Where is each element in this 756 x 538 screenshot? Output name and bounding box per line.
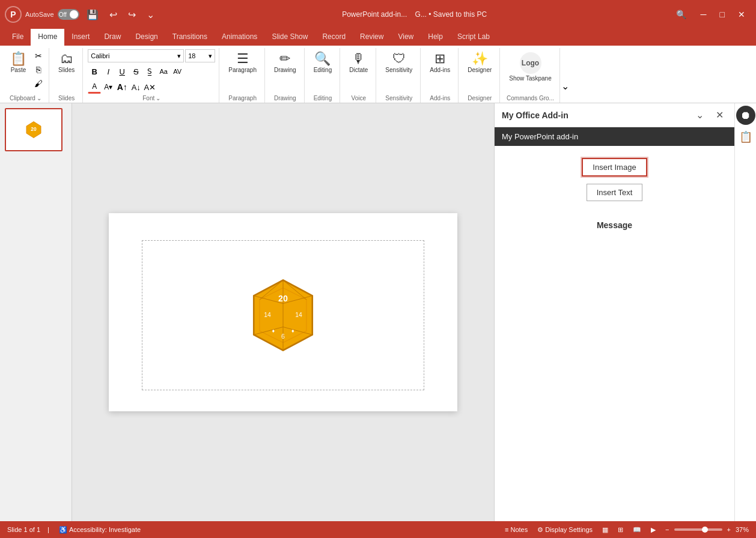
cut-button[interactable]: ✂ [32,49,45,62]
slides-label: Slides [58,67,75,73]
customize-btn[interactable]: ⌄ [143,7,158,23]
dictate-button[interactable]: 🎙 Dictate [345,49,372,76]
italic-button[interactable]: I [102,65,115,78]
font-size-dropdown[interactable]: 18 ▾ [185,49,215,62]
editing-items: 🔍 Editing [309,49,337,94]
window-controls: ─ □ ✕ [695,7,751,22]
normal-view-button[interactable]: ▦ [600,525,611,535]
addin-content: Insert Image Insert Text Message [495,146,734,521]
format-painter-button[interactable]: 🖌 [32,77,45,90]
commands-items: Logo Show Taskpane [505,49,555,94]
font-size-increase-button[interactable]: A↑ [115,80,129,94]
font-expand-icon[interactable]: ⌄ [156,95,160,101]
close-button[interactable]: ✕ [732,7,751,22]
tab-review[interactable]: Review [353,29,391,46]
change-case-button[interactable]: Aa [157,65,170,78]
reading-view-button[interactable]: 📖 [630,525,644,535]
char-spacing-button[interactable]: AV [171,65,184,78]
undo-button[interactable]: ↩ [106,7,121,23]
font-group: Calibri ▾ 18 ▾ B I U S S̲ [84,48,219,103]
autosave-toggle[interactable]: Off [58,9,79,20]
side-icon-2[interactable]: 📋 [736,127,755,147]
svg-text:♦: ♦ [272,328,275,334]
slide-text-box[interactable]: 20 14 14 ♦ ♦ 6 [142,240,424,390]
zoom-slider[interactable] [674,528,722,531]
addin-body: My PowerPoint add-in Insert Image Insert… [495,127,734,521]
tab-insert[interactable]: Insert [64,29,97,46]
slide-thumbnail[interactable]: 20 [5,108,62,151]
tab-record[interactable]: Record [315,29,353,46]
tab-file[interactable]: File [5,29,31,46]
underline-button[interactable]: U [115,65,129,78]
strikethrough-button[interactable]: S [129,65,142,78]
display-settings-button[interactable]: ⚙ Display Settings [535,525,595,535]
zoom-control: − + 37% [663,525,749,534]
notes-button[interactable]: ≡ Notes [502,525,530,534]
editing-button[interactable]: 🔍 Editing [309,49,337,76]
slide-thumb-dice: 20 [25,121,43,139]
tab-transitions[interactable]: Transitions [165,29,215,46]
designer-button[interactable]: ✨ Designer [463,49,496,76]
editing-label: Editing [314,95,332,101]
slide-canvas[interactable]: 20 14 14 ♦ ♦ 6 [109,213,457,411]
minimize-button[interactable]: ─ [695,7,713,22]
clear-format-button[interactable]: A✕ [143,80,156,94]
clipboard-expand-icon[interactable]: ⌄ [37,95,41,101]
drawing-button[interactable]: ✏ Drawing [270,49,300,76]
new-slide-button[interactable]: 🗂 Slides [54,49,79,76]
addin-title: My Office Add-in [502,110,687,120]
tab-scriptlab[interactable]: Script Lab [450,29,497,46]
tab-animations[interactable]: Animations [215,29,264,46]
ribbon-expand-button[interactable]: ⌄ [561,80,569,92]
copy-button[interactable]: ⎘ [32,63,45,76]
record-button[interactable]: ⏺ [736,106,755,125]
font-family-dropdown[interactable]: Calibri ▾ [88,49,184,62]
tab-home[interactable]: Home [31,29,64,46]
maximize-button[interactable]: □ [714,7,731,22]
slideshow-button[interactable]: ▶ [648,525,658,535]
svg-text:20: 20 [31,125,37,131]
tab-help[interactable]: Help [421,29,450,46]
sensitivity-label: Sensitivity [385,67,412,73]
accessibility-icon: ♿ [59,526,67,534]
zoom-in-button[interactable]: + [725,525,733,534]
tab-draw[interactable]: Draw [97,29,128,46]
save-button[interactable]: 💾 [83,7,102,23]
app-logo: P [5,6,22,23]
shadow-button[interactable]: S̲ [143,65,156,78]
font-size-value: 18 [188,52,195,59]
zoom-out-button[interactable]: − [663,525,671,534]
insert-text-button[interactable]: Insert Text [587,184,643,201]
search-button[interactable]: 🔍 [671,7,691,22]
paste-button[interactable]: 📋 Paste [6,49,31,76]
clipboard-small-btns: ✂ ⎘ 🖌 [32,49,45,90]
addins-button[interactable]: ⊞ Add-ins [425,49,454,76]
ribbon-tabs: File Home Insert Draw Design Transitions… [0,29,756,46]
status-separator: | [47,526,49,533]
redo-button[interactable]: ↪ [124,7,139,23]
tab-view[interactable]: View [391,29,421,46]
font-size-decrease-button[interactable]: A↓ [129,80,142,94]
highlight-button[interactable]: A▾ [102,80,115,94]
addin-panel: My Office Add-in ⌄ ✕ My PowerPoint add-i… [494,103,734,521]
paragraph-items: ☰ Paragraph [224,49,261,94]
addin-collapse-button[interactable]: ⌄ [692,108,707,122]
drawing-icon: ✏ [279,52,290,65]
document-title: PowerPoint add-in... G... • Saved to thi… [162,10,668,19]
paragraph-button[interactable]: ☰ Paragraph [224,49,261,76]
tab-slideshow[interactable]: Slide Show [264,29,315,46]
bold-button[interactable]: B [88,65,101,78]
font-color-button[interactable]: A [88,80,101,94]
sensitivity-button[interactable]: 🛡 Sensitivity [381,49,416,76]
slide-sorter-button[interactable]: ⊞ [615,525,626,535]
insert-image-button[interactable]: Insert Image [582,158,647,177]
status-bar: Slide 1 of 1 | ♿ Accessibility: Investig… [0,521,756,538]
accessibility-button[interactable]: ♿ Accessibility: Investigate [56,525,143,535]
tab-design[interactable]: Design [128,29,165,46]
autosave-label: AutoSave [25,11,54,18]
show-taskpane-button[interactable]: Logo Show Taskpane [505,49,555,85]
font-family-value: Calibri [91,52,109,59]
addin-close-button[interactable]: ✕ [712,108,727,122]
paste-icon: 📋 [10,52,26,65]
addin-top-bar: My PowerPoint add-in [495,127,734,146]
